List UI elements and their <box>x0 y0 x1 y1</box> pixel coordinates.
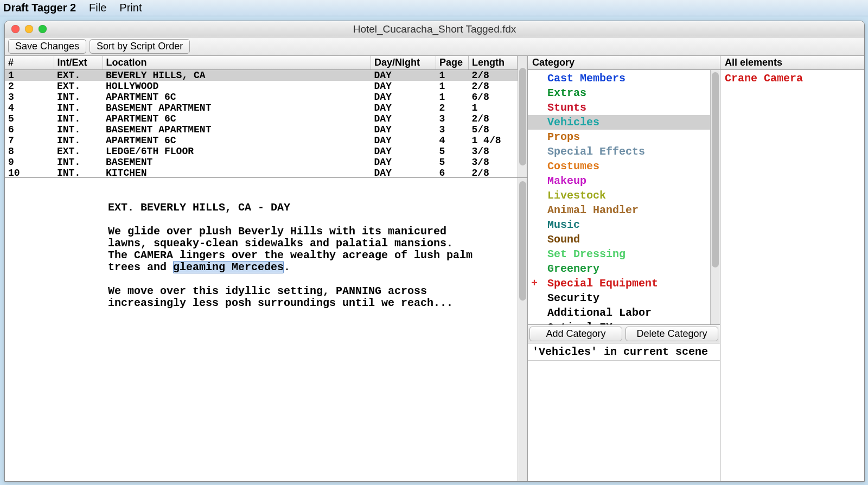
element-item[interactable]: Crane Camera <box>725 71 860 86</box>
scene-row[interactable]: 7INT.APARTMENT 6CDAY41 4/8 <box>5 135 518 146</box>
titlebar[interactable]: Hotel_Cucaracha_Short Tagged.fdx <box>5 21 864 37</box>
script-paragraph: We move over this idyllic setting, PANNI… <box>108 285 453 309</box>
scene-table-scrollbar[interactable] <box>518 56 527 177</box>
scene-cell: 3/8 <box>469 146 518 157</box>
script-scrollbar[interactable] <box>518 178 527 481</box>
col-header-daynight[interactable]: Day/Night <box>371 56 436 70</box>
scene-row[interactable]: 9INT.BASEMENTDAY53/8 <box>5 157 518 168</box>
script-text[interactable]: EXT. BEVERLY HILLS, CA - DAY We glide ov… <box>5 178 518 481</box>
category-header[interactable]: Category <box>528 56 720 70</box>
scene-cell: EXT. <box>54 81 103 92</box>
scene-row[interactable]: 10INT.KITCHENDAY62/8 <box>5 168 518 177</box>
scene-cell: APARTMENT 6C <box>103 113 371 124</box>
category-label: Vehicles <box>547 116 599 129</box>
category-label: Optical FX <box>547 321 612 324</box>
scene-row[interactable]: 3INT.APARTMENT 6CDAY16/8 <box>5 92 518 103</box>
category-item[interactable]: +Special Equipment <box>528 276 710 291</box>
col-header-page[interactable]: Page <box>436 56 469 70</box>
add-category-button[interactable]: Add Category <box>529 327 622 341</box>
scene-slugline: EXT. BEVERLY HILLS, CA - DAY <box>108 201 290 214</box>
menu-file[interactable]: File <box>89 2 106 14</box>
scene-cell: INT. <box>54 113 103 124</box>
close-icon[interactable] <box>11 25 20 33</box>
scene-cell: 1 <box>436 92 469 103</box>
scene-row[interactable]: 1EXT.BEVERLY HILLS, CADAY12/8 <box>5 70 518 81</box>
elements-panel: All elements Crane Camera <box>720 56 864 481</box>
scene-table: # Int/Ext Location Day/Night Page Length… <box>5 56 527 178</box>
category-header-label: Category <box>532 57 575 68</box>
scene-cell: 8 <box>5 146 54 157</box>
scene-cell: INT. <box>54 103 103 113</box>
scene-cell: BEVERLY HILLS, CA <box>103 70 371 81</box>
scene-row[interactable]: 4INT.BASEMENT APARTMENTDAY21 <box>5 103 518 113</box>
scene-cell: 6 <box>5 124 54 135</box>
zoom-icon[interactable] <box>39 25 47 33</box>
scrollbar-thumb[interactable] <box>519 181 526 301</box>
scene-cell: DAY <box>371 70 436 81</box>
tagged-element-vehicle[interactable]: gleaming Mercedes <box>173 261 284 273</box>
category-item[interactable]: Costumes <box>528 159 710 174</box>
category-item[interactable]: Additional Labor <box>528 305 710 320</box>
category-label: Greenery <box>547 263 599 275</box>
scene-cell: 2 <box>436 103 469 113</box>
scene-cell: DAY <box>371 124 436 135</box>
menu-print[interactable]: Print <box>119 2 142 14</box>
category-item[interactable]: Special Effects <box>528 144 710 159</box>
category-label: Music <box>547 219 580 231</box>
scene-cell: KITCHEN <box>103 168 371 177</box>
category-item[interactable]: Makeup <box>528 174 710 188</box>
scrollbar-thumb[interactable] <box>519 68 526 165</box>
elements-header-label: All elements <box>725 57 782 68</box>
category-item[interactable]: Props <box>528 130 710 144</box>
scene-cell: 7 <box>5 135 54 146</box>
category-item[interactable]: Set Dressing <box>528 247 710 261</box>
category-item[interactable]: Music <box>528 218 710 232</box>
scene-row[interactable]: 5INT.APARTMENT 6CDAY32/8 <box>5 113 518 124</box>
col-header-location[interactable]: Location <box>103 56 371 70</box>
col-header-number[interactable]: # <box>5 56 54 70</box>
minimize-icon[interactable] <box>25 25 33 33</box>
scene-cell: DAY <box>371 168 436 177</box>
save-changes-button[interactable]: Save Changes <box>8 39 86 54</box>
category-item[interactable]: Stunts <box>528 100 710 115</box>
category-button-bar: Add Category Delete Category <box>528 325 720 343</box>
scene-cell: BASEMENT APARTMENT <box>103 124 371 135</box>
scene-cell: DAY <box>371 81 436 92</box>
scene-row[interactable]: 2EXT.HOLLYWOODDAY12/8 <box>5 81 518 92</box>
col-header-intext[interactable]: Int/Ext <box>54 56 103 70</box>
category-label: Set Dressing <box>547 248 626 260</box>
category-scrollbar[interactable] <box>710 70 720 324</box>
delete-category-button[interactable]: Delete Category <box>626 327 718 341</box>
scene-cell: BASEMENT <box>103 157 371 168</box>
right-column: Category Cast MembersExtrasStuntsVehicle… <box>528 56 864 481</box>
sort-script-order-button[interactable]: Sort by Script Order <box>90 39 190 54</box>
category-in-scene-list[interactable] <box>528 361 720 481</box>
category-item[interactable]: Animal Handler <box>528 203 710 218</box>
scrollbar-thumb[interactable] <box>712 72 719 267</box>
elements-header[interactable]: All elements <box>720 56 864 70</box>
category-item[interactable]: Security <box>528 291 710 305</box>
category-item[interactable]: Cast Members <box>528 71 710 86</box>
category-item[interactable]: Extras <box>528 86 710 100</box>
scene-cell: APARTMENT 6C <box>103 135 371 146</box>
category-item[interactable]: Greenery <box>528 261 710 276</box>
scene-row[interactable]: 6INT.BASEMENT APARTMENTDAY35/8 <box>5 124 518 135</box>
category-item[interactable]: Sound <box>528 232 710 247</box>
scene-cell: EXT. <box>54 146 103 157</box>
category-label: Security <box>547 292 599 304</box>
scene-cell: 6 <box>436 168 469 177</box>
window-title: Hotel_Cucaracha_Short Tagged.fdx <box>5 23 864 35</box>
scene-cell: DAY <box>371 157 436 168</box>
scene-cell: 2/8 <box>469 70 518 81</box>
category-item[interactable]: Optical FX <box>528 320 710 324</box>
category-item[interactable]: Livestock <box>528 188 710 203</box>
toolbar: Save Changes Sort by Script Order <box>5 37 864 56</box>
scene-cell: INT. <box>54 135 103 146</box>
col-header-length[interactable]: Length <box>469 56 518 70</box>
category-item[interactable]: Vehicles <box>528 115 710 130</box>
scene-cell: 4 <box>5 103 54 113</box>
scene-cell: 5 <box>5 113 54 124</box>
scene-row[interactable]: 8EXT.LEDGE/6TH FLOORDAY53/8 <box>5 146 518 157</box>
scene-cell: DAY <box>371 135 436 146</box>
scene-cell: 6/8 <box>469 92 518 103</box>
